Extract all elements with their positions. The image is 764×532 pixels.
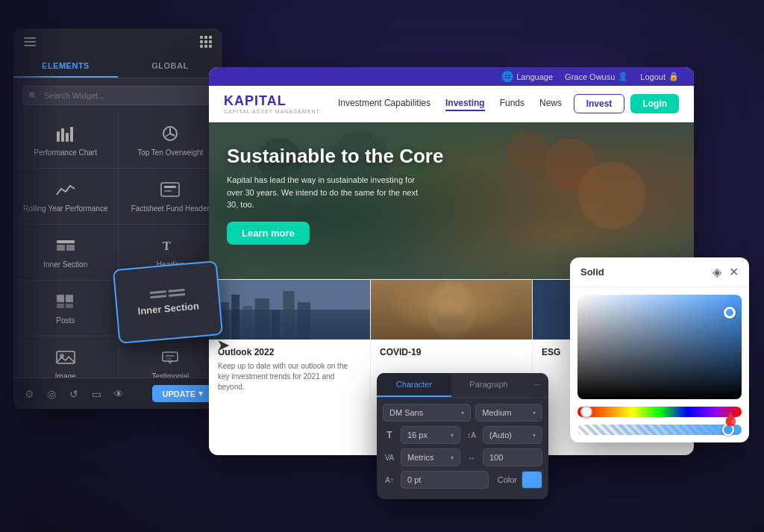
widget-rolling-year[interactable]: Rolling Year Performance bbox=[13, 169, 118, 224]
widget-inner-section[interactable]: Inner Section bbox=[13, 225, 118, 280]
svg-point-37 bbox=[435, 286, 467, 319]
tab-global[interactable]: GLOBAL bbox=[118, 55, 222, 78]
panel-tabs: ELEMENTS GLOBAL bbox=[13, 55, 222, 78]
font-size-select[interactable]: 16 px ▾ bbox=[401, 426, 460, 444]
color-gradient-picker[interactable] bbox=[577, 295, 742, 399]
hero-section: Sustainable to the Core Kapital has lead… bbox=[209, 122, 694, 279]
svg-rect-8 bbox=[57, 240, 75, 243]
lock-icon: 🔒 bbox=[668, 72, 679, 81]
eye-off-icon[interactable]: ◎ bbox=[45, 387, 58, 401]
eyedropper-icon[interactable]: 🩸 bbox=[722, 411, 739, 428]
svg-rect-29 bbox=[231, 295, 239, 339]
line-height-icon: ↕A bbox=[465, 431, 478, 439]
dropper-header-icon[interactable]: ◈ bbox=[713, 265, 721, 279]
card-covid-image bbox=[371, 280, 532, 339]
svg-rect-6 bbox=[164, 186, 176, 188]
svg-rect-12 bbox=[57, 295, 64, 302]
svg-rect-7 bbox=[164, 190, 172, 192]
panel-footer: ⚙ ◎ ↺ ▭ 👁 UPDATE ▾ bbox=[13, 378, 222, 409]
search-container bbox=[13, 78, 222, 113]
hero-content: Sustainable to the Core Kapital has lead… bbox=[209, 122, 694, 267]
search-input[interactable] bbox=[22, 86, 213, 105]
svg-marker-23 bbox=[167, 361, 173, 364]
device-icon[interactable]: ▭ bbox=[90, 387, 103, 401]
opacity-slider[interactable] bbox=[577, 425, 742, 435]
tab-character[interactable]: Character bbox=[377, 373, 451, 397]
svg-rect-15 bbox=[66, 304, 73, 308]
nav-investment-capabilities[interactable]: Investment Capabilities bbox=[338, 96, 430, 111]
character-panel: Character Paragraph ··· DM Sans ▾ Medium… bbox=[377, 373, 548, 499]
svg-rect-34 bbox=[298, 302, 310, 339]
chevron-down-icon: ▾ bbox=[461, 410, 464, 416]
tab-paragraph[interactable]: Paragraph bbox=[451, 373, 526, 397]
widget-posts[interactable]: Posts bbox=[13, 281, 118, 336]
hue-handle[interactable] bbox=[580, 406, 592, 418]
site-logo: KAPITAL CAPITAL ASSET MANAGEMENT bbox=[224, 93, 320, 114]
tab-more[interactable]: ··· bbox=[526, 373, 548, 397]
word-spacing-select[interactable]: 100 bbox=[483, 448, 542, 466]
picker-header: Solid ◈ ✕ bbox=[570, 257, 749, 287]
preview-icon[interactable]: 👁 bbox=[112, 387, 125, 401]
svg-rect-27 bbox=[209, 310, 370, 339]
update-button[interactable]: UPDATE ▾ bbox=[152, 385, 213, 402]
svg-rect-10 bbox=[66, 245, 75, 251]
hero-title: Sustainable to the Core bbox=[227, 145, 676, 168]
settings-icon[interactable]: ⚙ bbox=[22, 387, 36, 401]
tab-elements[interactable]: ELEMENTS bbox=[13, 55, 118, 78]
widget-panel: ELEMENTS GLOBAL Performance Chart bbox=[13, 28, 222, 409]
card-covid-body: COVID-19 bbox=[371, 339, 532, 369]
font-size-row: T 16 px ▾ ↕A (Auto) ▾ bbox=[383, 426, 542, 444]
undo-icon[interactable]: ↺ bbox=[67, 387, 81, 401]
baseline-select[interactable]: 0 pt bbox=[401, 471, 489, 489]
inner-section-icon bbox=[55, 235, 76, 256]
hamburger-icon[interactable] bbox=[24, 37, 36, 46]
invest-button[interactable]: Invest bbox=[574, 94, 625, 113]
svg-point-38 bbox=[440, 299, 463, 317]
svg-rect-35 bbox=[371, 280, 532, 339]
svg-rect-13 bbox=[66, 295, 73, 302]
nav-investing[interactable]: Investing bbox=[445, 96, 485, 111]
nav-funds[interactable]: Funds bbox=[500, 96, 525, 111]
hue-slider[interactable] bbox=[577, 407, 742, 417]
widget-top-ten-label: Top Ten Overweight bbox=[137, 148, 203, 157]
font-size-icon: T bbox=[383, 430, 396, 440]
logout-item[interactable]: Logout 🔒 bbox=[640, 72, 679, 81]
letter-spacing-select[interactable]: Metrics ▾ bbox=[401, 448, 460, 466]
apps-grid-icon[interactable] bbox=[200, 36, 212, 48]
close-icon[interactable]: ✕ bbox=[729, 265, 739, 279]
svg-rect-0 bbox=[57, 131, 60, 142]
svg-rect-1 bbox=[61, 128, 64, 142]
color-swatch[interactable] bbox=[522, 471, 542, 489]
testimonial-icon bbox=[160, 347, 181, 368]
drag-card-icon bbox=[149, 289, 185, 298]
card-covid-title: COVID-19 bbox=[380, 347, 523, 357]
gradient-handle[interactable] bbox=[724, 307, 736, 319]
svg-rect-24 bbox=[166, 355, 175, 357]
svg-rect-31 bbox=[255, 298, 269, 339]
drag-card: Inner Section bbox=[113, 260, 223, 344]
user-icon: 👤 bbox=[618, 72, 628, 81]
baseline-icon: A↑ bbox=[383, 476, 396, 484]
font-weight-select[interactable]: Medium ▾ bbox=[475, 404, 542, 422]
hero-subtitle: Kapital has lead the way in sustainable … bbox=[227, 174, 421, 211]
site-topbar: 🌐 Language Grace Owusu 👤 Logout 🔒 bbox=[209, 67, 694, 86]
learn-more-button[interactable]: Learn more bbox=[227, 222, 310, 245]
line-height-select[interactable]: (Auto) ▾ bbox=[483, 426, 542, 444]
widget-performance-chart[interactable]: Performance Chart bbox=[13, 113, 118, 168]
picker-title: Solid bbox=[580, 266, 604, 278]
color-picker-panel: Solid ◈ ✕ 🩸 bbox=[570, 257, 749, 442]
card-outlook: Outlook 2022 Keep up to date with our ou… bbox=[209, 280, 371, 400]
svg-rect-3 bbox=[70, 127, 73, 142]
font-family-select[interactable]: DM Sans ▾ bbox=[383, 404, 471, 422]
nav-news[interactable]: News bbox=[539, 96, 562, 111]
nav-buttons: Invest Login bbox=[574, 94, 679, 113]
card-outlook-image bbox=[209, 280, 370, 339]
card-outlook-title: Outlook 2022 bbox=[218, 347, 361, 357]
widget-factsheet[interactable]: Factsheet Fund Header bbox=[119, 169, 223, 224]
svg-point-36 bbox=[428, 281, 476, 338]
card-outlook-body: Outlook 2022 Keep up to date with our ou… bbox=[209, 339, 370, 400]
user-item[interactable]: Grace Owusu 👤 bbox=[565, 72, 628, 81]
login-button[interactable]: Login bbox=[630, 94, 679, 113]
widget-top-ten[interactable]: Top Ten Overweight bbox=[119, 113, 223, 168]
language-item[interactable]: 🌐 Language bbox=[501, 71, 553, 82]
